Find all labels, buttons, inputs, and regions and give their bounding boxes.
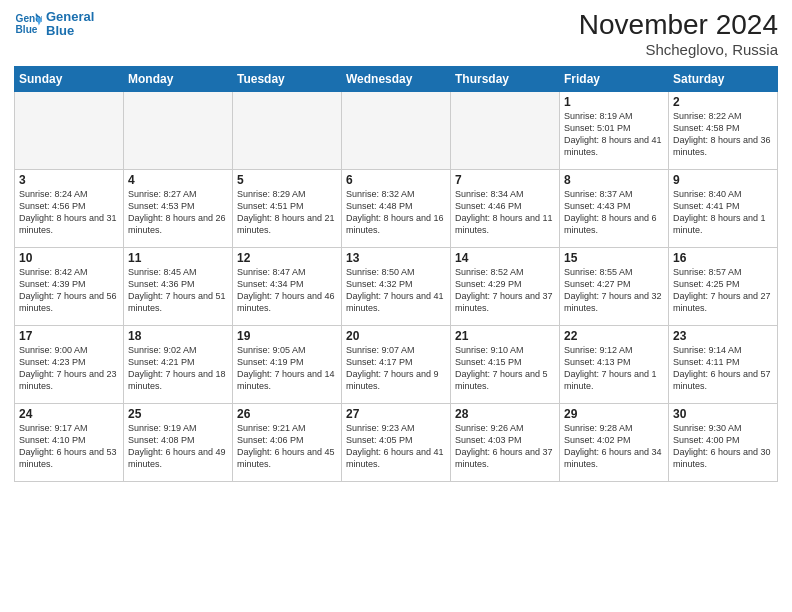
logo-line1: General — [46, 10, 94, 24]
calendar-cell-w3d2: 19Sunrise: 9:05 AM Sunset: 4:19 PM Dayli… — [233, 325, 342, 403]
svg-text:Blue: Blue — [16, 25, 38, 36]
calendar-cell-w1d5: 8Sunrise: 8:37 AM Sunset: 4:43 PM Daylig… — [560, 169, 669, 247]
day-number: 23 — [673, 329, 773, 343]
title-block: November 2024 Shcheglovo, Russia — [579, 10, 778, 58]
header-tuesday: Tuesday — [233, 66, 342, 91]
calendar-week-2: 10Sunrise: 8:42 AM Sunset: 4:39 PM Dayli… — [15, 247, 778, 325]
calendar-cell-w2d0: 10Sunrise: 8:42 AM Sunset: 4:39 PM Dayli… — [15, 247, 124, 325]
day-number: 1 — [564, 95, 664, 109]
day-number: 13 — [346, 251, 446, 265]
day-info: Sunrise: 9:21 AM Sunset: 4:06 PM Dayligh… — [237, 422, 337, 471]
calendar-cell-w2d6: 16Sunrise: 8:57 AM Sunset: 4:25 PM Dayli… — [669, 247, 778, 325]
calendar-cell-w3d0: 17Sunrise: 9:00 AM Sunset: 4:23 PM Dayli… — [15, 325, 124, 403]
location: Shcheglovo, Russia — [579, 41, 778, 58]
calendar-cell-w1d3: 6Sunrise: 8:32 AM Sunset: 4:48 PM Daylig… — [342, 169, 451, 247]
day-number: 4 — [128, 173, 228, 187]
day-number: 29 — [564, 407, 664, 421]
header-wednesday: Wednesday — [342, 66, 451, 91]
logo-line2: Blue — [46, 24, 94, 38]
month-title: November 2024 — [579, 10, 778, 41]
day-info: Sunrise: 8:19 AM Sunset: 5:01 PM Dayligh… — [564, 110, 664, 159]
calendar-cell-w3d1: 18Sunrise: 9:02 AM Sunset: 4:21 PM Dayli… — [124, 325, 233, 403]
day-info: Sunrise: 9:26 AM Sunset: 4:03 PM Dayligh… — [455, 422, 555, 471]
calendar-week-0: 1Sunrise: 8:19 AM Sunset: 5:01 PM Daylig… — [15, 91, 778, 169]
day-number: 10 — [19, 251, 119, 265]
day-info: Sunrise: 8:42 AM Sunset: 4:39 PM Dayligh… — [19, 266, 119, 315]
day-info: Sunrise: 8:27 AM Sunset: 4:53 PM Dayligh… — [128, 188, 228, 237]
day-number: 19 — [237, 329, 337, 343]
day-info: Sunrise: 8:29 AM Sunset: 4:51 PM Dayligh… — [237, 188, 337, 237]
day-number: 22 — [564, 329, 664, 343]
page: General Blue General Blue November 2024 … — [0, 0, 792, 612]
calendar-cell-w3d6: 23Sunrise: 9:14 AM Sunset: 4:11 PM Dayli… — [669, 325, 778, 403]
header-saturday: Saturday — [669, 66, 778, 91]
calendar-week-1: 3Sunrise: 8:24 AM Sunset: 4:56 PM Daylig… — [15, 169, 778, 247]
header-monday: Monday — [124, 66, 233, 91]
day-number: 9 — [673, 173, 773, 187]
day-number: 27 — [346, 407, 446, 421]
day-number: 16 — [673, 251, 773, 265]
day-info: Sunrise: 9:00 AM Sunset: 4:23 PM Dayligh… — [19, 344, 119, 393]
day-number: 24 — [19, 407, 119, 421]
calendar-cell-w1d2: 5Sunrise: 8:29 AM Sunset: 4:51 PM Daylig… — [233, 169, 342, 247]
day-info: Sunrise: 9:30 AM Sunset: 4:00 PM Dayligh… — [673, 422, 773, 471]
day-number: 20 — [346, 329, 446, 343]
day-info: Sunrise: 8:24 AM Sunset: 4:56 PM Dayligh… — [19, 188, 119, 237]
day-number: 5 — [237, 173, 337, 187]
calendar-cell-w2d1: 11Sunrise: 8:45 AM Sunset: 4:36 PM Dayli… — [124, 247, 233, 325]
day-info: Sunrise: 8:37 AM Sunset: 4:43 PM Dayligh… — [564, 188, 664, 237]
calendar-cell-w4d5: 29Sunrise: 9:28 AM Sunset: 4:02 PM Dayli… — [560, 403, 669, 481]
day-info: Sunrise: 9:19 AM Sunset: 4:08 PM Dayligh… — [128, 422, 228, 471]
day-info: Sunrise: 8:40 AM Sunset: 4:41 PM Dayligh… — [673, 188, 773, 237]
calendar-cell-w3d3: 20Sunrise: 9:07 AM Sunset: 4:17 PM Dayli… — [342, 325, 451, 403]
day-info: Sunrise: 8:52 AM Sunset: 4:29 PM Dayligh… — [455, 266, 555, 315]
day-info: Sunrise: 8:50 AM Sunset: 4:32 PM Dayligh… — [346, 266, 446, 315]
day-number: 15 — [564, 251, 664, 265]
day-number: 8 — [564, 173, 664, 187]
calendar-cell-w4d0: 24Sunrise: 9:17 AM Sunset: 4:10 PM Dayli… — [15, 403, 124, 481]
day-info: Sunrise: 8:47 AM Sunset: 4:34 PM Dayligh… — [237, 266, 337, 315]
day-info: Sunrise: 9:14 AM Sunset: 4:11 PM Dayligh… — [673, 344, 773, 393]
day-info: Sunrise: 9:28 AM Sunset: 4:02 PM Dayligh… — [564, 422, 664, 471]
header-thursday: Thursday — [451, 66, 560, 91]
calendar-cell-w1d0: 3Sunrise: 8:24 AM Sunset: 4:56 PM Daylig… — [15, 169, 124, 247]
calendar-cell-w0d6: 2Sunrise: 8:22 AM Sunset: 4:58 PM Daylig… — [669, 91, 778, 169]
day-info: Sunrise: 8:32 AM Sunset: 4:48 PM Dayligh… — [346, 188, 446, 237]
calendar-cell-w4d2: 26Sunrise: 9:21 AM Sunset: 4:06 PM Dayli… — [233, 403, 342, 481]
calendar-week-3: 17Sunrise: 9:00 AM Sunset: 4:23 PM Dayli… — [15, 325, 778, 403]
calendar-cell-w4d6: 30Sunrise: 9:30 AM Sunset: 4:00 PM Dayli… — [669, 403, 778, 481]
calendar-header-row: Sunday Monday Tuesday Wednesday Thursday… — [15, 66, 778, 91]
calendar-cell-w4d1: 25Sunrise: 9:19 AM Sunset: 4:08 PM Dayli… — [124, 403, 233, 481]
day-info: Sunrise: 8:45 AM Sunset: 4:36 PM Dayligh… — [128, 266, 228, 315]
calendar-cell-w2d2: 12Sunrise: 8:47 AM Sunset: 4:34 PM Dayli… — [233, 247, 342, 325]
day-number: 25 — [128, 407, 228, 421]
calendar-cell-w4d3: 27Sunrise: 9:23 AM Sunset: 4:05 PM Dayli… — [342, 403, 451, 481]
day-info: Sunrise: 9:23 AM Sunset: 4:05 PM Dayligh… — [346, 422, 446, 471]
day-info: Sunrise: 9:10 AM Sunset: 4:15 PM Dayligh… — [455, 344, 555, 393]
calendar-cell-w4d4: 28Sunrise: 9:26 AM Sunset: 4:03 PM Dayli… — [451, 403, 560, 481]
calendar-cell-w1d4: 7Sunrise: 8:34 AM Sunset: 4:46 PM Daylig… — [451, 169, 560, 247]
calendar-cell-w2d5: 15Sunrise: 8:55 AM Sunset: 4:27 PM Dayli… — [560, 247, 669, 325]
day-info: Sunrise: 9:12 AM Sunset: 4:13 PM Dayligh… — [564, 344, 664, 393]
calendar-cell-w0d1 — [124, 91, 233, 169]
header-friday: Friday — [560, 66, 669, 91]
calendar-cell-w0d4 — [451, 91, 560, 169]
day-number: 21 — [455, 329, 555, 343]
calendar: Sunday Monday Tuesday Wednesday Thursday… — [14, 66, 778, 482]
calendar-cell-w0d2 — [233, 91, 342, 169]
calendar-cell-w3d5: 22Sunrise: 9:12 AM Sunset: 4:13 PM Dayli… — [560, 325, 669, 403]
logo: General Blue General Blue — [14, 10, 94, 39]
day-info: Sunrise: 9:07 AM Sunset: 4:17 PM Dayligh… — [346, 344, 446, 393]
day-number: 28 — [455, 407, 555, 421]
day-info: Sunrise: 8:55 AM Sunset: 4:27 PM Dayligh… — [564, 266, 664, 315]
day-number: 26 — [237, 407, 337, 421]
day-info: Sunrise: 8:57 AM Sunset: 4:25 PM Dayligh… — [673, 266, 773, 315]
day-number: 17 — [19, 329, 119, 343]
day-number: 12 — [237, 251, 337, 265]
header-sunday: Sunday — [15, 66, 124, 91]
day-number: 7 — [455, 173, 555, 187]
calendar-cell-w0d0 — [15, 91, 124, 169]
day-number: 14 — [455, 251, 555, 265]
day-number: 30 — [673, 407, 773, 421]
day-number: 18 — [128, 329, 228, 343]
